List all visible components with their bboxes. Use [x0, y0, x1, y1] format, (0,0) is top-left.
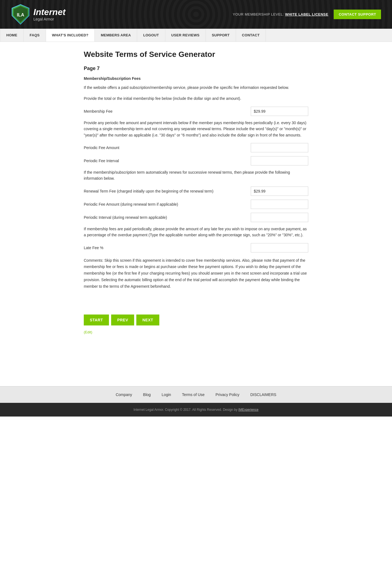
- periodic-fee-amount-input[interactable]: [251, 143, 308, 152]
- membership-fee-input[interactable]: [251, 107, 308, 116]
- header-right: YOUR MEMBERSHIP LEVEL: WHITE LABEL LICEN…: [233, 10, 381, 19]
- edit-link[interactable]: (Edit): [84, 330, 92, 334]
- logo-area: ILA Internet Legal Armor: [11, 4, 65, 25]
- late-fee-label: Late Fee %: [84, 246, 251, 250]
- footer-imexperience-link[interactable]: IMExperience: [238, 408, 258, 412]
- nav-item-support[interactable]: SUPPORT: [206, 29, 236, 42]
- description-3: Provide any periodic fee amount and paym…: [84, 120, 308, 138]
- spacer: [84, 298, 308, 315]
- periodic-fee-amount2-row: Periodic Fee Amount (during renewal term…: [84, 200, 308, 209]
- logo-text-area: Internet Legal Armor: [33, 7, 65, 21]
- svg-text:ILA: ILA: [17, 12, 24, 18]
- logo-brand: Internet: [33, 7, 65, 17]
- renewal-term-fee-input[interactable]: [251, 187, 308, 196]
- membership-fee-row: Membership Fee: [84, 107, 308, 116]
- nav-item-faqs[interactable]: FAQS: [24, 29, 46, 42]
- nav-item-home[interactable]: HOME: [0, 29, 24, 42]
- membership-text: YOUR MEMBERSHIP LEVEL: WHITE LABEL LICEN…: [233, 12, 328, 16]
- periodic-fee-amount-label: Periodic Fee Amount: [84, 145, 251, 150]
- footer-nav-login[interactable]: Login: [162, 392, 171, 397]
- membership-level-link[interactable]: WHITE LABEL LICENSE: [285, 12, 328, 16]
- nav-item-user-reviews[interactable]: USER REVIEWS: [165, 29, 206, 42]
- start-button[interactable]: START: [84, 315, 109, 325]
- page-title: Website Terms of Service Generator: [84, 50, 308, 59]
- logo-shield-icon: ILA: [11, 4, 30, 25]
- description-2: Provide the total or the initial members…: [84, 95, 308, 101]
- footer-nav: Company Blog Login Terms of Use Privacy …: [0, 386, 392, 403]
- renewal-term-fee-label: Renewal Term Fee (charged initially upon…: [84, 189, 251, 193]
- description-5: If membership fees are paid periodically…: [84, 226, 308, 238]
- membership-fee-label: Membership Fee: [84, 109, 251, 113]
- nav-item-logout[interactable]: LOGOUT: [137, 29, 165, 42]
- logo-sub: Legal Armor: [33, 17, 65, 21]
- next-button[interactable]: NEXT: [136, 315, 159, 325]
- periodic-interval2-row: Periodic Interval (during renewal term a…: [84, 213, 308, 222]
- nav-item-members-area[interactable]: MEMBERS AREA: [95, 29, 137, 42]
- main-content: Website Terms of Service Generator Page …: [78, 50, 314, 345]
- page-number: Page 7: [84, 66, 308, 71]
- periodic-fee-interval-row: Periodic Fee Interval: [84, 156, 308, 165]
- late-fee-row: Late Fee %: [84, 243, 308, 252]
- pre-footer-spacer: [0, 353, 392, 386]
- nav-item-whats-included[interactable]: WHAT'S INCLUDED?: [46, 29, 95, 42]
- section-title: Membership/Subscription Fees: [84, 76, 308, 81]
- periodic-fee-interval-input[interactable]: [251, 156, 308, 165]
- periodic-fee-amount2-label: Periodic Fee Amount (during renewal term…: [84, 202, 251, 206]
- periodic-fee-interval-label: Periodic Fee Interval: [84, 159, 251, 163]
- prev-button[interactable]: PREV: [111, 315, 134, 325]
- periodic-fee-amount-row: Periodic Fee Amount: [84, 143, 308, 152]
- late-fee-input[interactable]: [251, 243, 308, 252]
- footer-nav-company[interactable]: Company: [116, 392, 132, 397]
- footer-nav-disclaimers[interactable]: DISCLAIMERS: [250, 392, 276, 397]
- periodic-fee-amount2-input[interactable]: [251, 200, 308, 209]
- site-header: ILA Internet Legal Armor YOUR MEMBERSHIP…: [0, 0, 392, 29]
- footer-nav-terms[interactable]: Terms of Use: [182, 392, 204, 397]
- contact-support-button[interactable]: CONTACT SUPPORT: [334, 10, 381, 19]
- renewal-term-fee-row: Renewal Term Fee (charged initially upon…: [84, 187, 308, 196]
- description-1: If the website offers a paid subscriptio…: [84, 85, 308, 91]
- main-nav: HOME FAQS WHAT'S INCLUDED? MEMBERS AREA …: [0, 29, 392, 42]
- comments-text: Comments: Skip this screen if this agree…: [84, 257, 308, 290]
- footer-nav-blog[interactable]: Blog: [143, 392, 151, 397]
- periodic-interval2-label: Periodic Interval (during renewal term a…: [84, 215, 251, 220]
- footer-copyright-text: Internet Legal Armor. Copyright © 2017. …: [134, 408, 238, 412]
- footer-nav-privacy[interactable]: Privacy Policy: [215, 392, 239, 397]
- nav-item-contact[interactable]: CONTACT: [236, 29, 266, 42]
- footer-bottom: Internet Legal Armor. Copyright © 2017. …: [0, 403, 392, 417]
- button-row: START PREV NEXT: [84, 315, 308, 325]
- periodic-interval2-input[interactable]: [251, 213, 308, 222]
- description-4: If the membership/subscription term auto…: [84, 169, 308, 182]
